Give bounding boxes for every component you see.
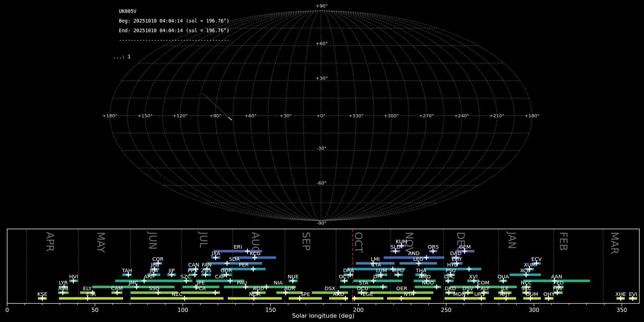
- axis-tick-label: 300: [529, 307, 540, 313]
- shower-label: AAN: [551, 274, 562, 279]
- longitude-label: +270°: [419, 113, 434, 118]
- shower-label: ERI: [234, 244, 242, 250]
- shower-bar-OER: [370, 292, 434, 294]
- shower-bar-NTA: [387, 297, 431, 300]
- shower-label: DKD: [445, 286, 456, 291]
- shower-label: PPS: [187, 268, 197, 273]
- shower-label: TAH: [122, 268, 132, 273]
- shower-label: DSX: [325, 286, 335, 291]
- shower-label: CAP: [215, 274, 225, 279]
- longitude-label: +210°: [489, 113, 504, 118]
- latitude-label: +30°: [316, 75, 328, 81]
- shower-bar-SSG: [131, 292, 178, 294]
- shower-label: GUM: [526, 291, 538, 297]
- longitude-label: +150°: [137, 113, 152, 118]
- month-label: MAR: [609, 232, 620, 254]
- peak-marker: [264, 284, 269, 289]
- shower-label: SPE: [301, 291, 310, 297]
- shower-bar-ETA: [59, 297, 123, 300]
- longitude-label: +90°: [209, 113, 221, 118]
- radiant-map-and-activity-chart: +180°+150°+120°+90°+60°+30°+0°+330°+300°…: [0, 0, 644, 322]
- sky-grid-meridian: [268, 11, 321, 220]
- month-label: APR: [44, 232, 56, 252]
- longitude-label: +330°: [348, 113, 364, 118]
- longitude-label: +60°: [244, 113, 257, 118]
- shower-label: AMO: [419, 274, 431, 279]
- shower-label: ARI: [144, 274, 152, 279]
- axis-tick-label: 350: [616, 307, 627, 313]
- shower-label: AHY: [500, 291, 511, 297]
- longitude-label: +180°: [102, 113, 117, 118]
- longitude-label: +300°: [384, 113, 399, 118]
- axis-tick-label: 0: [5, 307, 9, 313]
- shower-bar-ARI: [115, 280, 181, 282]
- latitude-label-north-pole: +90°: [316, 3, 328, 9]
- shower-bar-SDA: [207, 262, 262, 265]
- shower-label: AVB: [58, 286, 69, 291]
- shower-label: COM: [477, 280, 489, 286]
- axis-tick-label: 100: [177, 307, 188, 313]
- longitude-label: +0°: [316, 113, 326, 118]
- peak-marker: [434, 284, 439, 289]
- longitude-label: +240°: [454, 113, 469, 118]
- shower-label: LYR: [59, 280, 68, 286]
- shower-label: NDA: [249, 291, 260, 297]
- shower-label: PER: [239, 262, 249, 268]
- shower-label: DPC: [444, 274, 455, 279]
- shower-label: LEO: [413, 256, 424, 262]
- shower-label: NOO: [422, 280, 434, 286]
- latitude-label: +60°: [316, 41, 328, 46]
- month-label: JUN: [147, 231, 158, 250]
- shower-bar-NZC: [131, 297, 224, 300]
- shower-bar-AUR: [276, 292, 303, 294]
- latitude-label-south-pole: -90°: [317, 220, 327, 226]
- peak-marker: [251, 267, 256, 272]
- month-label: JAN: [506, 231, 518, 249]
- peak-marker: [182, 296, 187, 301]
- longitude-label: +120°: [173, 113, 188, 118]
- shower-label: XVI: [469, 274, 478, 279]
- x-axis-title: Solar longitude (deg): [292, 312, 354, 319]
- separator-line: --------------------------------------: [119, 37, 229, 43]
- shower-bar-SPE: [289, 297, 322, 300]
- shower-label: ZCS: [201, 268, 211, 273]
- shower-label: SZC: [180, 274, 191, 279]
- meteor-count: ...: 1: [113, 54, 229, 59]
- shower-label: THA: [415, 268, 426, 273]
- shower-label: DRA: [343, 268, 354, 273]
- axis-tick-label: 200: [353, 307, 364, 313]
- shower-label: ORI: [373, 274, 382, 279]
- axis-tick-label: 250: [441, 307, 452, 313]
- peak-marker: [213, 290, 218, 295]
- shower-label: OCU: [357, 286, 368, 291]
- shower-label: CAN: [188, 262, 199, 268]
- shower-label: STA: [359, 280, 369, 286]
- station-info: UK005V Beg: 20251010 04:04:14 (sol = 196…: [113, 4, 229, 64]
- shower-label: ALY: [480, 286, 489, 291]
- month-label: OCT: [352, 232, 364, 253]
- shower-label: EGE: [362, 291, 373, 297]
- activity-timeline-chart: APRMAYJUNJULAUGSEPOCTNOVDECJANFEBMARKUME…: [5, 229, 639, 319]
- shower-label: XCB: [520, 268, 530, 273]
- shower-label: LMI: [371, 256, 380, 262]
- station-id: UK005V: [119, 8, 136, 14]
- peak-marker: [380, 284, 385, 289]
- shower-bar-MON: [445, 297, 474, 300]
- shower-label: CTA: [371, 262, 381, 268]
- shower-label: ARD: [333, 291, 344, 297]
- shower-label: NTA: [404, 291, 414, 297]
- peak-marker: [467, 267, 472, 272]
- shower-label: JLE: [501, 286, 509, 291]
- shower-label: LUM: [376, 268, 387, 273]
- shower-label: AND: [408, 250, 420, 256]
- axis-tick-label: 150: [265, 307, 276, 313]
- peak-marker: [228, 278, 233, 283]
- shower-label: SDA: [229, 256, 240, 262]
- shower-label: OER: [396, 286, 408, 291]
- shower-label: AUD: [253, 286, 264, 291]
- month-label: JUL: [197, 231, 209, 248]
- shower-label: URS: [474, 291, 485, 297]
- peak-marker: [399, 296, 404, 301]
- end-time: End: 20251010 04:04:14 (sol = 196.76°): [119, 28, 229, 33]
- month-label: MAY: [95, 232, 107, 253]
